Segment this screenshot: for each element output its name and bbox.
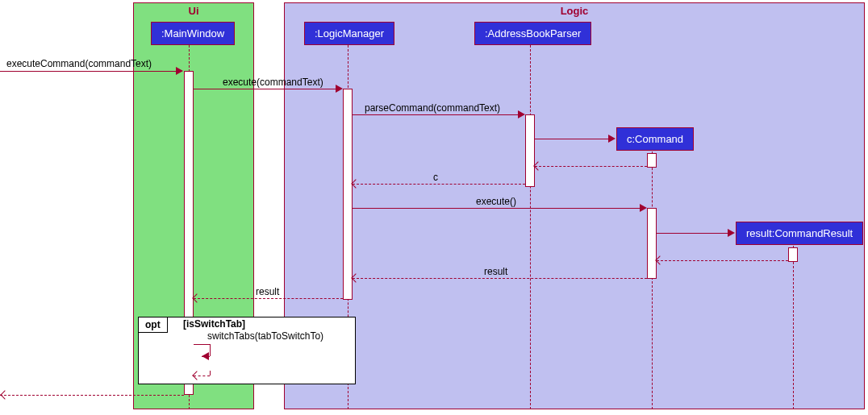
activation-logic-manager [343, 89, 353, 300]
arrow-icon [0, 390, 9, 399]
return-result-1-label: result [484, 266, 507, 277]
return-c [353, 184, 525, 185]
participant-address-book-parser: :AddressBookParser [474, 22, 591, 45]
msg-execute [194, 89, 341, 89]
lifeline-command [652, 151, 653, 409]
arrow-icon [640, 204, 647, 212]
lifeline-command-result [793, 246, 794, 409]
activation-command-1 [647, 153, 657, 168]
package-ui-label: Ui [189, 5, 199, 17]
arrow-icon [202, 352, 209, 360]
msg-parse-command-label: parseCommand(commandText) [365, 102, 500, 114]
return-result-1 [353, 278, 647, 279]
activation-command-result [788, 247, 798, 262]
package-logic: Logic [284, 2, 865, 409]
msg-create-command [535, 139, 614, 139]
lifeline-address-book-parser [530, 45, 531, 409]
activation-command-2 [647, 208, 657, 279]
activation-address-book-parser [525, 114, 535, 187]
opt-fragment-guard: [isSwitchTab] [183, 318, 245, 330]
return-result-to-command [657, 260, 788, 261]
opt-fragment-label: opt [139, 317, 168, 333]
msg-execute-cmd [353, 208, 645, 209]
arrow-icon [336, 85, 343, 93]
msg-parse-command [353, 114, 524, 115]
msg-switch-tabs-label: switchTabs(tabToSwitchTo) [207, 330, 323, 342]
arrow-icon [176, 67, 183, 75]
return-c-label: c [433, 172, 438, 183]
return-switch-tabs-vert [210, 371, 211, 376]
return-result-2 [194, 298, 343, 299]
participant-main-window: :MainWindow [151, 22, 235, 45]
msg-execute-cmd-label: execute() [476, 196, 516, 207]
arrow-icon [728, 229, 735, 237]
arrow-icon [608, 135, 616, 143]
return-to-caller [0, 395, 184, 396]
msg-switch-tabs [194, 344, 210, 345]
msg-execute-label: execute(commandText) [223, 77, 323, 88]
participant-command: c:Command [616, 127, 694, 151]
opt-fragment: opt [isSwitchTab] [138, 317, 356, 384]
return-result-2-label: result [256, 286, 279, 297]
return-command-to-parser [535, 166, 647, 167]
msg-switch-tabs-vert [210, 344, 211, 356]
msg-create-result [657, 233, 733, 234]
participant-logic-manager: :LogicManager [304, 22, 394, 45]
arrow-icon [518, 110, 525, 118]
sequence-diagram: Ui Logic :MainWindow :LogicManager :Addr… [0, 0, 868, 415]
package-logic-label: Logic [561, 5, 589, 17]
msg-execute-command-label: executeCommand(commandText) [6, 58, 152, 69]
participant-command-result: result:CommandResult [736, 222, 863, 245]
msg-execute-command [0, 71, 182, 72]
